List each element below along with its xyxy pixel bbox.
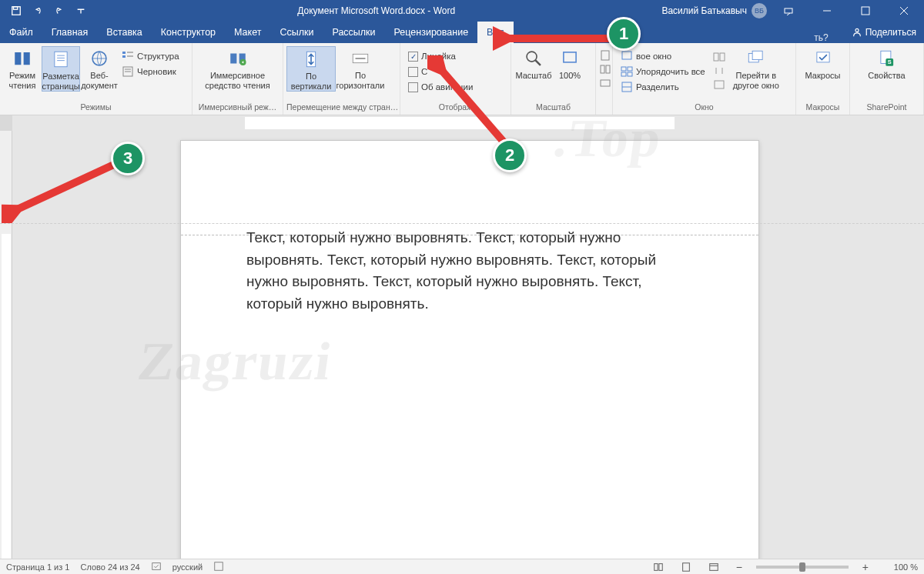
zoom-in-button[interactable]: + [859, 561, 872, 573]
zoom-100-icon [559, 48, 581, 69]
ribbon-tabs: Файл Главная Вставка Конструктор Макет С… [0, 22, 924, 43]
immersive-reader-icon [227, 48, 249, 69]
group-label-sharepoint: SharePoint [850, 102, 923, 115]
multi-page-icon[interactable] [599, 63, 611, 75]
status-words[interactable]: Слово 24 из 24 [80, 562, 139, 572]
checkbox-checked-icon: ✓ [408, 52, 418, 62]
checkbox-icon [408, 82, 418, 92]
one-page-icon[interactable] [599, 49, 611, 62]
macros-button[interactable]: Макросы [804, 46, 842, 81]
qat-customize-icon[interactable] [71, 1, 91, 21]
properties-button[interactable]: S Свойства [868, 46, 906, 81]
read-mode-button[interactable]: Режим чтения [3, 46, 42, 90]
group-sharepoint: S Свойства SharePoint [850, 43, 924, 115]
zoom-slider[interactable] [756, 566, 849, 569]
tab-mailings[interactable]: Рассылки [323, 22, 384, 43]
svg-rect-47 [215, 562, 223, 570]
group-show: ✓Линейка С Об авигации Отображ [400, 43, 511, 115]
svg-rect-8 [55, 52, 67, 67]
outline-button[interactable]: Структура [122, 49, 179, 63]
new-window-button[interactable]: вое окно [621, 49, 705, 63]
horizontal-move-icon [350, 48, 371, 69]
undo-button[interactable] [28, 1, 48, 21]
ruler-corner [0, 115, 12, 131]
ruler-checkbox[interactable]: ✓Линейка [408, 49, 473, 63]
group-window: вое окно Упорядочить все Разделить Перей… [613, 43, 796, 115]
tell-me-search[interactable]: ть? [814, 32, 843, 43]
svg-rect-49 [659, 563, 662, 570]
switch-windows-button[interactable]: Перейти в другое окно [732, 46, 781, 90]
user-avatar[interactable]: ВБ [752, 3, 767, 18]
document-body-text[interactable]: Текст, который нужно выровнять. Текст, к… [246, 227, 670, 315]
horizontal-ruler[interactable] [12, 115, 924, 131]
status-language[interactable]: русский [172, 562, 203, 572]
quick-access-toolbar [0, 1, 91, 21]
svg-line-24 [535, 60, 541, 65]
svg-rect-33 [621, 72, 626, 76]
sync-scroll-icon[interactable] [713, 65, 725, 77]
arrange-all-button[interactable]: Упорядочить все [621, 65, 705, 78]
tab-references[interactable]: Ссылки [270, 22, 323, 43]
svg-rect-31 [621, 67, 626, 71]
status-accessibility-icon[interactable] [213, 561, 224, 573]
tab-insert[interactable]: Вставка [97, 22, 151, 43]
zoom-button[interactable]: Масштаб [514, 46, 553, 81]
group-label-macros: Макросы [796, 102, 849, 115]
switch-windows-icon [745, 48, 767, 69]
zoom-100-button[interactable]: 100% [553, 46, 587, 81]
group-zoom: Масштаб 100% Масштаб [511, 43, 596, 115]
macros-icon [812, 48, 834, 69]
title-right: Василий Батькавыч ВБ [661, 0, 924, 22]
view-print-layout-button[interactable] [678, 560, 695, 574]
zoom-value[interactable]: 100 % [882, 562, 918, 572]
vertical-move-icon [300, 48, 322, 70]
view-web-layout-button[interactable] [705, 560, 722, 574]
split-button[interactable]: Разделить [621, 80, 705, 94]
svg-rect-4 [862, 7, 869, 15]
ribbon-options-button[interactable] [772, 0, 805, 22]
reset-window-icon[interactable] [713, 78, 725, 91]
side-by-side-icon[interactable] [713, 51, 725, 63]
vertical-ruler[interactable] [0, 131, 12, 559]
vertical-move-button[interactable]: По вертикали [286, 46, 336, 92]
window-title: Документ Microsoft Word.docx - Word [91, 5, 661, 16]
status-proofing-icon[interactable] [151, 561, 162, 573]
status-page[interactable]: Страница 1 из 1 [6, 562, 69, 572]
redo-button[interactable] [49, 1, 69, 21]
save-button[interactable] [6, 1, 26, 21]
share-label: Поделиться [865, 27, 916, 38]
close-button[interactable] [887, 0, 921, 22]
tab-file[interactable]: Файл [0, 22, 42, 43]
navpane-checkbox[interactable]: Об авигации [408, 80, 473, 94]
horizontal-move-button[interactable]: По горизонтали [336, 46, 385, 90]
svg-rect-48 [654, 563, 657, 570]
page-width-icon[interactable] [599, 77, 611, 89]
group-label-views: Режимы [0, 102, 192, 115]
checkbox-icon [408, 67, 418, 77]
view-read-mode-button[interactable] [650, 560, 667, 574]
svg-point-23 [527, 52, 537, 62]
svg-text:S: S [887, 58, 891, 65]
tab-design[interactable]: Конструктор [152, 22, 225, 43]
svg-rect-25 [564, 52, 576, 62]
tab-layout[interactable]: Макет [225, 22, 270, 43]
svg-rect-32 [628, 67, 632, 71]
status-bar: Страница 1 из 1 Слово 24 из 24 русский −… [0, 559, 924, 574]
print-layout-button[interactable]: Разметка страницы [42, 46, 80, 92]
tab-view[interactable]: Вид [477, 22, 514, 43]
tab-review[interactable]: Рецензирование [385, 22, 478, 43]
maximize-button[interactable] [849, 0, 882, 22]
group-views: Режим чтения Разметка страницы Веб- доку… [0, 43, 192, 115]
user-name[interactable]: Василий Батькавыч [661, 5, 747, 16]
horizontal-ruler-area [0, 115, 924, 131]
zoom-out-button[interactable]: − [733, 561, 745, 573]
minimize-button[interactable] [810, 0, 844, 22]
tab-home[interactable]: Главная [42, 22, 98, 43]
web-layout-button[interactable]: Веб- документ [80, 46, 119, 90]
share-button[interactable]: Поделиться [844, 22, 924, 43]
annotation-badge-1: 1 [607, 17, 641, 51]
gridlines-checkbox[interactable]: С [408, 65, 473, 78]
immersive-reader-button[interactable]: Иммерсивное средство чтения [199, 46, 276, 90]
web-layout-icon [89, 48, 110, 69]
draft-button[interactable]: Черновик [122, 65, 179, 78]
